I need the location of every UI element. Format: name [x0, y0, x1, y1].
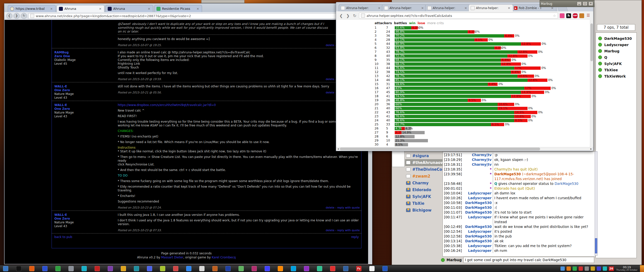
unread-badge[interactable]: 26 [609, 266, 614, 271]
taskbar-icon[interactable] [278, 266, 283, 271]
taskbar-icon[interactable] [16, 266, 21, 271]
query-item[interactable]: Eldorado [405, 186, 443, 193]
systray-icon[interactable] [560, 266, 565, 271]
systray-icon[interactable] [573, 266, 577, 271]
taskbar-icon[interactable] [330, 266, 335, 271]
author-name[interactable]: WALL-E [54, 103, 118, 107]
irc-user[interactable]: Ladyscraper [596, 42, 636, 48]
taskbar-icon[interactable] [121, 266, 126, 271]
query-item[interactable]: Sylv|AFK [405, 193, 443, 200]
tab-close-icon[interactable]: × [377, 6, 381, 10]
tab-close-icon[interactable]: × [464, 6, 468, 10]
reload-button[interactable]: ↻ [352, 13, 357, 18]
taskbar-icon[interactable] [304, 266, 309, 271]
taskbar-icon[interactable] [95, 266, 100, 271]
taskbar-icon[interactable] [147, 266, 152, 271]
scroll-right-arrow[interactable]: ▶ [589, 147, 593, 151]
author-name[interactable]: WALL-E [54, 213, 118, 217]
reply-with-quote-link[interactable]: reply with quote [337, 206, 360, 209]
taskbar-icon[interactable] [291, 266, 296, 271]
taskbar-icon[interactable]: Fz [356, 266, 361, 271]
irc-user[interactable]: DarkMage530 [596, 35, 636, 42]
taskbar-icon[interactable] [55, 266, 61, 271]
taskbar-icon[interactable] [160, 266, 165, 271]
horizontal-scrollbar[interactable]: ◀ ▶ [336, 147, 593, 151]
systray-icon[interactable] [567, 266, 571, 271]
bookmark-star-icon[interactable]: ☆ [553, 14, 556, 18]
forward-button[interactable]: ❯ [14, 13, 20, 19]
taskbar-icon[interactable] [199, 266, 205, 271]
delete-link[interactable]: delete [326, 206, 335, 209]
taskbar-icon[interactable] [382, 266, 388, 271]
extension-icon-h[interactable]: h [566, 13, 571, 18]
reload-button[interactable]: ↻ [21, 13, 27, 19]
taskbar-icon[interactable] [317, 266, 322, 271]
tab-close-icon[interactable]: × [507, 6, 511, 10]
back-button[interactable]: ❮ [6, 13, 12, 19]
background-window-titlebar[interactable]: Marbug ▁ □ ✕ [540, 0, 594, 7]
show-desktop-corner[interactable] [640, 265, 644, 272]
irc-chat-scrollbar[interactable] [595, 151, 597, 256]
browser-tab[interactable]: Ahruna× [105, 5, 153, 12]
delete-link[interactable]: delete [326, 229, 335, 232]
post-link[interactable]: https://www.dropbox.com/s/ercuhhz0wtmi9q… [118, 103, 360, 107]
browser-tab[interactable]: Residentie Picass× [154, 5, 202, 12]
browser-tab[interactable]: Ahruna-helper:× [425, 4, 470, 11]
delete-link[interactable]: delete [326, 44, 335, 47]
systray-icon[interactable] [597, 266, 601, 271]
scroll-left-arrow[interactable]: ◀ [336, 147, 340, 151]
irc-user[interactable]: Marbug [596, 48, 636, 54]
taskbar-icon[interactable] [369, 266, 375, 271]
delete-link[interactable]: delete [326, 78, 335, 81]
taskbar-icon[interactable] [265, 266, 270, 271]
tab-close-icon[interactable]: × [421, 6, 424, 10]
tab-close-icon[interactable]: × [50, 7, 53, 11]
back-to-pub-link[interactable]: back to pub [54, 235, 72, 239]
taskbar-icon[interactable] [3, 266, 8, 271]
channel-item[interactable]: #TheDivineComedy [405, 166, 443, 173]
channel-item[interactable]: #theAhrunaownage [405, 159, 443, 166]
reply-link[interactable]: reply [351, 235, 359, 239]
url-text[interactable]: www.ahruna.net/index.php?page=kingdom&ac… [36, 14, 191, 18]
reply-with-quote-link[interactable]: reply with quote [337, 229, 360, 232]
taskbar-icon[interactable] [68, 266, 74, 271]
query-item[interactable]: Charmy [405, 180, 443, 186]
irc-chat-scrollbar-thumb[interactable] [595, 238, 597, 253]
taskbar-icon[interactable] [225, 266, 231, 271]
back-button[interactable]: ❮ [339, 13, 344, 18]
maximize-button[interactable]: □ [583, 2, 587, 6]
taskbar-icon[interactable] [173, 266, 178, 271]
taskbar-icon[interactable] [238, 266, 244, 271]
browser-tab[interactable]: Ahruna× [57, 5, 104, 12]
taskbar-icon[interactable] [108, 266, 113, 271]
query-item[interactable]: Bichigow [405, 207, 443, 214]
credit-link[interactable]: Massart Dieter [161, 256, 183, 259]
irc-user[interactable]: TbXiee [596, 67, 636, 73]
irc-message-input[interactable] [463, 257, 594, 263]
systray-icon[interactable] [603, 266, 607, 271]
taskbar-icon[interactable] [82, 266, 87, 271]
browser-tab[interactable]: Ahruna-helper:× [339, 4, 383, 11]
channel-item[interactable]: #sigura [405, 152, 443, 159]
browser-tab[interactable]: Ahruna-helper:× [382, 4, 427, 11]
channel-item[interactable]: #zwam2 [405, 173, 443, 180]
tab-close-icon[interactable]: × [147, 7, 151, 11]
systray-icon[interactable] [591, 266, 595, 271]
irc-user[interactable]: Sylv|AFK [596, 60, 636, 67]
systray-icon[interactable] [585, 266, 589, 271]
url-text[interactable]: ahruna-helper.sephtex.net/?cls=divTravel… [367, 14, 452, 18]
delete-link[interactable]: delete [326, 91, 335, 94]
horizontal-scrollbar-thumb[interactable] [340, 148, 540, 150]
forward-button[interactable]: ❯ [345, 13, 350, 18]
taskbar-icon[interactable] [42, 266, 48, 271]
author-name[interactable]: RAMBug [54, 51, 118, 54]
taskbar-icon[interactable] [252, 266, 257, 271]
extension-icon-amazon[interactable] [579, 13, 584, 18]
address-bar[interactable]: ahruna-helper.sephtex.net/?cls=divTravel… [359, 13, 558, 19]
page-scrollbar-thumb[interactable] [590, 23, 593, 61]
taskbar-clock[interactable]: 00:19 Thursday 29 October [615, 266, 639, 271]
irc-user[interactable]: TbXieWork [596, 73, 636, 79]
browser-tab[interactable]: Ahruna-helper:× [468, 4, 513, 11]
taskbar-icon[interactable] [212, 266, 218, 271]
extension-icon-hola[interactable] [560, 13, 565, 18]
